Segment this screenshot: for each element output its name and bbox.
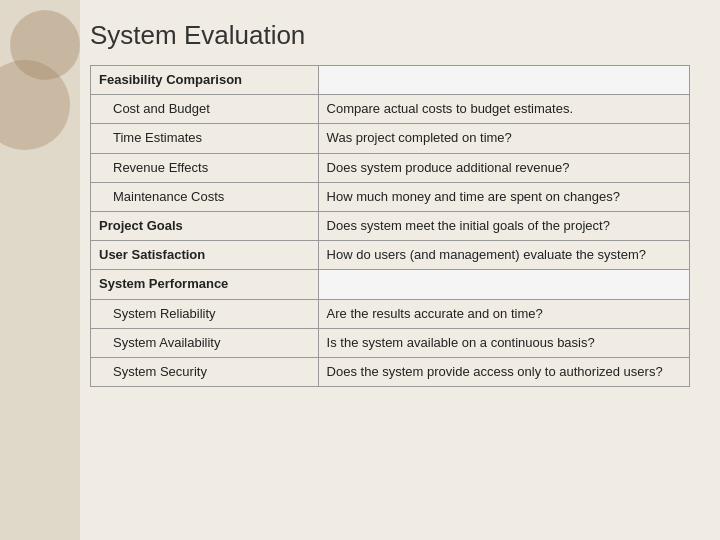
table-cell-label: User Satisfaction	[91, 241, 319, 270]
table-cell-label: System Performance	[91, 270, 319, 299]
table-cell-description: Compare actual costs to budget estimates…	[318, 95, 689, 124]
table-cell-label: System Availability	[91, 328, 319, 357]
table-row: System AvailabilityIs the system availab…	[91, 328, 690, 357]
table-cell-description: Is the system available on a continuous …	[318, 328, 689, 357]
table-cell-label: Feasibility Comparison	[91, 66, 319, 95]
table-cell-description: How much money and time are spent on cha…	[318, 182, 689, 211]
table-row: System Performance	[91, 270, 690, 299]
table-row: Maintenance CostsHow much money and time…	[91, 182, 690, 211]
table-cell-description: Was project completed on time?	[318, 124, 689, 153]
table-cell-label: Revenue Effects	[91, 153, 319, 182]
table-cell-description: Does the system provide access only to a…	[318, 357, 689, 386]
table-row: Feasibility Comparison	[91, 66, 690, 95]
table-cell-label: System Reliability	[91, 299, 319, 328]
table-row: Cost and BudgetCompare actual costs to b…	[91, 95, 690, 124]
table-cell-label: Project Goals	[91, 211, 319, 240]
table-cell-label: Time Estimates	[91, 124, 319, 153]
table-cell-label: System Security	[91, 357, 319, 386]
table-cell-label: Cost and Budget	[91, 95, 319, 124]
evaluation-table: Feasibility ComparisonCost and BudgetCom…	[90, 65, 690, 387]
table-cell-description: Does system produce additional revenue?	[318, 153, 689, 182]
table-row: User SatisfactionHow do users (and manag…	[91, 241, 690, 270]
table-cell-description	[318, 270, 689, 299]
table-row: System ReliabilityAre the results accura…	[91, 299, 690, 328]
table-cell-description: Are the results accurate and on time?	[318, 299, 689, 328]
table-row: Revenue EffectsDoes system produce addit…	[91, 153, 690, 182]
page-title: System Evaluation	[90, 20, 690, 51]
table-row: Project GoalsDoes system meet the initia…	[91, 211, 690, 240]
table-cell-label: Maintenance Costs	[91, 182, 319, 211]
table-cell-description	[318, 66, 689, 95]
table-row: Time EstimatesWas project completed on t…	[91, 124, 690, 153]
table-cell-description: How do users (and management) evaluate t…	[318, 241, 689, 270]
main-content: System Evaluation Feasibility Comparison…	[70, 0, 720, 540]
table-cell-description: Does system meet the initial goals of th…	[318, 211, 689, 240]
table-row: System SecurityDoes the system provide a…	[91, 357, 690, 386]
